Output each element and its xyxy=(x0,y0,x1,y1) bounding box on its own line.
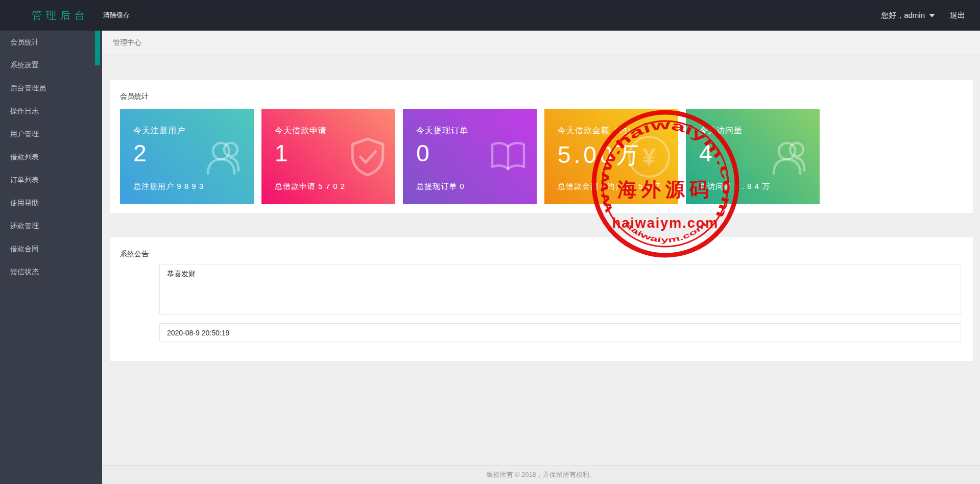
sidebar-item-loan-contract[interactable]: 借款合同 xyxy=(0,237,102,260)
member-stats-panel: 会员统计 今天注册用户 2 总注册用户 9 8 9 3 今天借款申请 1 总借款… xyxy=(110,80,973,213)
panel-title: 系统公告 xyxy=(120,250,149,259)
sidebar-item-admins[interactable]: 后台管理员 xyxy=(0,77,102,100)
sidebar-item-loan-list[interactable]: 借款列表 xyxy=(0,146,102,168)
stat-card-withdraw-orders[interactable]: 今天提现订单 0 总提现订单 0 xyxy=(403,109,537,204)
stat-label: 今天访问量 xyxy=(699,126,743,136)
svg-text:¥: ¥ xyxy=(642,143,656,170)
stat-value: 4 xyxy=(699,139,715,167)
yuan-circle-icon: ¥ xyxy=(627,135,671,179)
stat-total: 总借款金额（约） 6 . 5 6 亿 xyxy=(558,182,661,191)
page-footer: 版权所有 © 2018，并保留所有权利。 xyxy=(102,465,980,484)
book-icon xyxy=(488,140,529,173)
stat-cards-row: 今天注册用户 2 总注册用户 9 8 9 3 今天借款申请 1 总借款申请 5 … xyxy=(120,109,820,204)
stat-value: 1 xyxy=(275,139,291,167)
sidebar-item-sms-status[interactable]: 短信状态 xyxy=(0,260,102,283)
stat-total: 总借款申请 5 7 0 2 xyxy=(275,182,345,191)
sidebar: 会员统计 系统设置 后台管理员 操作日志 用户管理 借款列表 订单列表 使用帮助… xyxy=(0,31,102,484)
stat-card-visits[interactable]: 今天访问量 4 总访问量 2 . 8 4 万 xyxy=(686,109,820,204)
stat-label: 今天借款金额（约） xyxy=(558,126,636,136)
sidebar-item-help[interactable]: 使用帮助 xyxy=(0,191,102,214)
breadcrumb-title: 管理中心 xyxy=(113,38,141,46)
announcement-datetime-input[interactable] xyxy=(159,323,961,342)
breadcrumb: 管理中心 xyxy=(102,31,980,55)
stat-value: 0 xyxy=(416,139,433,167)
users-icon xyxy=(768,134,814,180)
stat-card-loan-amount[interactable]: 今天借款金额（约） 5.00万 总借款金额（约） 6 . 5 6 亿 ¥ xyxy=(544,109,678,204)
stat-card-registered-users[interactable]: 今天注册用户 2 总注册用户 9 8 9 3 xyxy=(120,109,254,204)
copyright-text: 版权所有 © 2018，并保留所有权利。 xyxy=(486,471,596,478)
chevron-down-icon xyxy=(929,14,935,20)
panel-title: 会员统计 xyxy=(120,92,149,101)
sidebar-item-member-stats[interactable]: 会员统计 xyxy=(0,31,102,54)
main-content: 会员统计 今天注册用户 2 总注册用户 9 8 9 3 今天借款申请 1 总借款… xyxy=(102,55,980,465)
stat-label: 今天注册用户 xyxy=(133,126,185,136)
app-header: 管理后台 清除缓存 您好，admin 退出 xyxy=(0,0,980,31)
sidebar-item-system-settings[interactable]: 系统设置 xyxy=(0,54,102,77)
clear-cache-button[interactable]: 清除缓存 xyxy=(100,0,133,31)
stat-total: 总提现订单 0 xyxy=(416,182,465,191)
header-right: 您好，admin 退出 xyxy=(881,0,965,31)
sidebar-item-repayment[interactable]: 还款管理 xyxy=(0,214,102,237)
logout-button[interactable]: 退出 xyxy=(950,11,965,20)
stat-total: 总访问量 2 . 8 4 万 xyxy=(699,182,770,191)
stat-card-loan-applications[interactable]: 今天借款申请 1 总借款申请 5 7 0 2 xyxy=(261,109,395,204)
stat-value: 2 xyxy=(133,139,150,167)
system-announcement-panel: 系统公告 恭喜发财 xyxy=(110,237,973,361)
announcement-textarea[interactable]: 恭喜发财 xyxy=(159,264,961,314)
user-dropdown[interactable]: 您好，admin xyxy=(881,11,935,20)
stat-label: 今天提现订单 xyxy=(416,126,468,136)
app-logo[interactable]: 管理后台 xyxy=(32,0,89,31)
shield-check-icon xyxy=(349,136,386,177)
users-icon xyxy=(202,134,248,180)
stat-label: 今天借款申请 xyxy=(275,126,327,136)
stat-total: 总注册用户 9 8 9 3 xyxy=(133,182,204,191)
sidebar-item-operation-log[interactable]: 操作日志 xyxy=(0,100,102,123)
sidebar-item-user-management[interactable]: 用户管理 xyxy=(0,123,102,146)
active-menu-indicator xyxy=(95,31,100,65)
greeting-label: 您好，admin xyxy=(881,11,925,20)
sidebar-item-order-list[interactable]: 订单列表 xyxy=(0,168,102,191)
